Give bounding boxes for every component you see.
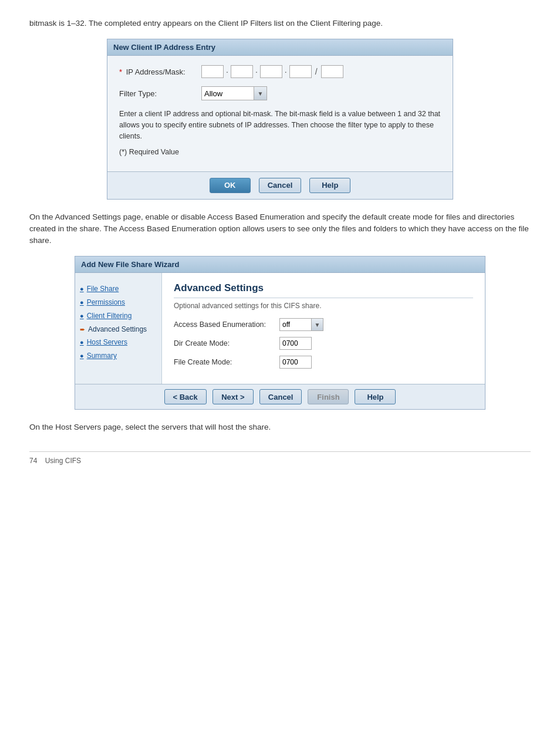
page-footer: 74 Using CIFS (29, 451, 531, 465)
sidebar-bullet-summary: ● (80, 352, 84, 360)
required-star: * (119, 67, 122, 76)
wizard-content: Advanced Settings Optional advanced sett… (162, 273, 485, 384)
page-footer-label: Using CIFS (45, 457, 81, 465)
sidebar-label-host-servers: Host Servers (87, 337, 127, 347)
ip-octet-3[interactable] (260, 65, 282, 78)
ip-address-dialog: New Client IP Address Entry * IP Address… (107, 39, 453, 199)
ip-dialog-ok-button[interactable]: OK (210, 178, 251, 193)
sidebar-label-permissions: Permissions (87, 298, 125, 308)
file-create-mode-label: File Create Mode: (174, 358, 279, 366)
sidebar-label-client-filtering: Client Filtering (87, 311, 132, 321)
wizard-dialog-title: Add New File Share Wizard (75, 256, 485, 273)
ip-dialog-footer: OK Cancel Help (107, 171, 453, 199)
sidebar-bullet-client-filtering: ● (80, 312, 84, 320)
sidebar-item-summary[interactable]: ● Summary (75, 349, 161, 363)
wizard-footer: < Back Next > Cancel Finish Help (75, 384, 485, 409)
wizard-finish-button: Finish (308, 389, 349, 404)
dir-create-mode-row: Dir Create Mode: (174, 337, 473, 350)
wizard-help-button[interactable]: Help (355, 389, 396, 404)
ip-dialog-info-text: Enter a client IP address and optional b… (119, 109, 441, 141)
sidebar-arrow-advanced-settings: ➨ (80, 325, 85, 334)
ip-octet-2[interactable] (231, 65, 253, 78)
ip-slash: / (313, 67, 320, 76)
abe-select-arrow-icon[interactable]: ▼ (312, 318, 323, 331)
filter-type-select[interactable]: Allow Deny (201, 86, 254, 100)
ip-address-row: * IP Address/Mask: · · · / (119, 65, 441, 78)
sidebar-item-advanced-settings: ➨ Advanced Settings (75, 323, 161, 336)
access-based-enumeration-select[interactable]: off on (279, 318, 312, 331)
dir-create-mode-input[interactable] (279, 337, 312, 350)
sidebar-item-host-servers[interactable]: ● Host Servers (75, 336, 161, 349)
filter-type-row: Filter Type: Allow Deny ▼ (119, 86, 441, 100)
sidebar-bullet-host-servers: ● (80, 338, 84, 347)
ip-fields: · · · / (201, 65, 343, 78)
ip-dialog-required-note: (*) Required Value (119, 148, 441, 156)
wizard-cancel-button[interactable]: Cancel (259, 389, 302, 404)
wizard-dialog: Add New File Share Wizard ● File Share ●… (75, 256, 485, 410)
sidebar-label-advanced-settings: Advanced Settings (88, 325, 147, 335)
sidebar-label-file-share: File Share (87, 284, 119, 294)
wizard-page-subtitle: Optional advanced settings for this CIFS… (174, 302, 473, 310)
file-create-mode-row: File Create Mode: (174, 356, 473, 369)
ip-dot-1: · (225, 67, 230, 76)
wizard-back-button[interactable]: < Back (164, 389, 207, 404)
page-footer-spacer (37, 457, 45, 465)
wizard-next-button[interactable]: Next > (212, 389, 254, 404)
ip-dialog-help-button[interactable]: Help (309, 178, 350, 193)
ip-address-label: * IP Address/Mask: (119, 67, 201, 76)
ip-dot-2: · (254, 67, 259, 76)
wizard-body: ● File Share ● Permissions ● Client Filt… (75, 273, 485, 384)
ip-dialog-title: New Client IP Address Entry (107, 39, 453, 56)
page-number: 74 (29, 457, 37, 465)
sidebar-item-client-filtering[interactable]: ● Client Filtering (75, 309, 161, 323)
ip-label-text: IP Address/Mask: (126, 67, 185, 76)
sidebar-item-file-share[interactable]: ● File Share (75, 282, 161, 296)
ip-octet-4[interactable] (289, 65, 312, 78)
sidebar-bullet-file-share: ● (80, 285, 84, 293)
ip-dot-3: · (284, 67, 288, 76)
dir-create-mode-label: Dir Create Mode: (174, 339, 279, 347)
filter-select-arrow-icon[interactable]: ▼ (254, 86, 267, 100)
bottom-text: On the Host Servers page, select the ser… (29, 421, 531, 433)
filter-type-label: Filter Type: (119, 89, 201, 98)
access-based-enumeration-row: Access Based Enumeration: off on ▼ (174, 318, 473, 331)
ip-dialog-cancel-button[interactable]: Cancel (259, 178, 302, 193)
sidebar-item-permissions[interactable]: ● Permissions (75, 296, 161, 309)
wizard-sidebar: ● File Share ● Permissions ● Client Filt… (75, 273, 162, 384)
sidebar-label-summary: Summary (87, 351, 117, 361)
access-based-enumeration-label: Access Based Enumeration: (174, 320, 279, 329)
filter-type-select-wrap: Allow Deny ▼ (201, 86, 267, 100)
file-create-mode-input[interactable] (279, 356, 312, 369)
middle-text: On the Advanced Settings page, enable or… (29, 211, 531, 247)
intro-text: bitmask is 1–32. The completed entry app… (29, 18, 531, 29)
ip-octet-1[interactable] (201, 65, 224, 78)
ip-mask-field[interactable] (321, 65, 343, 78)
sidebar-bullet-permissions: ● (80, 298, 84, 307)
wizard-page-title: Advanced Settings (174, 282, 473, 298)
access-based-enumeration-select-wrap: off on ▼ (279, 318, 323, 331)
